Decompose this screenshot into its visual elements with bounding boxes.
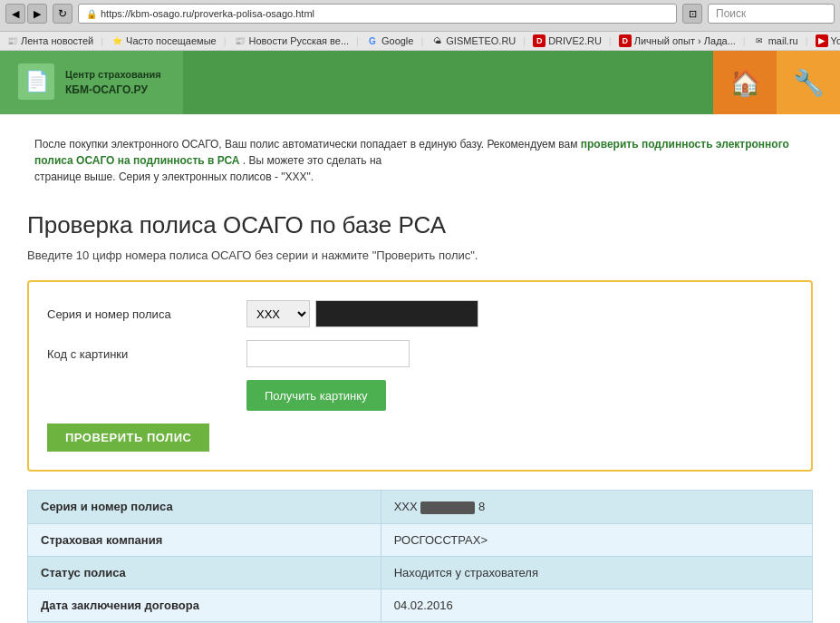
notice-text: После покупки электронного ОСАГО, Ваш по… [27,132,813,189]
back-button[interactable]: ◀ [5,4,25,24]
bookmark-label: YouTube [831,35,840,46]
table-row: Дата заключения договора 04.02.2016 [28,589,813,621]
bookmark-mail[interactable]: ✉ mail.ru [753,34,798,47]
number-input-redacted[interactable] [315,300,478,327]
bookmark-frequent[interactable]: ⭐ Часто посещаемые [111,34,217,47]
tool-button[interactable]: 🔧 [777,51,840,114]
page-content: После покупки электронного ОСАГО, Ваш по… [0,114,840,623]
bookmark-label: GISMETEO.RU [446,35,516,46]
result-value-3: 04.02.2016 [381,589,812,621]
page-subtitle: Введите 10 цифр номера полиса ОСАГО без … [27,248,813,262]
get-captcha-button[interactable]: Получить картинку [246,380,386,411]
result-label-1: Страховая компания [28,523,381,556]
table-row: Статус полиса Находится у страхователя [28,556,813,589]
youtube-icon: ▶ [816,34,828,47]
bookmark-lada[interactable]: D Личный опыт › Лада... [619,34,736,47]
captcha-label: Код с картинки [47,347,246,361]
mail-icon: ✉ [753,34,766,47]
bookmark-label: DRIVE2.RU [548,35,602,46]
search-placeholder: Поиск [716,7,746,20]
header-actions: 🏠 🔧 [713,51,840,114]
news-icon: 📰 [5,34,18,47]
bookmark-label: Новости Русская ве... [249,35,350,46]
google-icon: G [366,34,379,47]
result-value-0: ХХХ 8 [381,491,812,524]
form-box: Серия и номер полиса ХХХ ЕЕЕ КМ МАА МЕЕ … [27,280,813,472]
header-logo: 📄 Центр страхования КБМ-ОСАГО.РУ [0,51,183,114]
search-bar[interactable]: Поиск [708,4,835,24]
drive2-icon: D [533,34,546,47]
browser-chrome: ◀ ▶ ↻ 🔒 https://kbm-osago.ru/proverka-po… [0,0,840,32]
bookmark-label: Google [381,35,413,46]
header-logo-line1: Центр страхования [62,67,165,82]
bookmark-gismeteo[interactable]: 🌤 GISMETEO.RU [430,34,516,47]
bookmark-drive2[interactable]: D DRIVE2.RU [533,34,602,47]
result-value-1: РОСГОССТРАХ> [381,523,812,556]
bookmark-label: Часто посещаемые [126,35,217,46]
nav-buttons: ◀ ▶ [5,4,47,24]
bookmarks-bar: 📰 Лента новостей | ⭐ Часто посещаемые | … [0,32,840,51]
header-logo-line2: КБМ-ОСАГО.РУ [62,82,165,98]
result-label-0: Серия и номер полиса [28,491,381,524]
captcha-inputs [246,340,410,367]
result-label-2: Статус полиса [28,556,381,589]
home-button[interactable]: 🏠 [713,51,777,114]
page-header: 📄 Центр страхования КБМ-ОСАГО.РУ 🏠 🔧 [0,51,840,114]
document-icon: 📄 [24,70,49,93]
bookmark-label: Личный опыт › Лада... [634,35,736,46]
url-text: https://kbm-osago.ru/proverka-polisa-osa… [101,8,314,19]
star-icon: ⭐ [111,34,123,47]
tab-icon: ⊡ [682,4,702,24]
redacted-value-0 [420,501,475,514]
lada-icon: D [619,34,632,47]
series-select[interactable]: ХХХ ЕЕЕ КМ МАА МЕЕ МКК МММ РРР ССС ТТТ [246,300,310,327]
address-bar[interactable]: 🔒 https://kbm-osago.ru/proverka-polisa-o… [78,4,677,24]
lock-icon: 🔒 [86,9,97,19]
series-inputs: ХХХ ЕЕЕ КМ МАА МЕЕ МКК МММ РРР ССС ТТТ [246,300,478,327]
series-label: Серия и номер полиса [47,307,246,321]
newspaper-icon: 📰 [234,34,246,47]
bookmark-label: Лента новостей [21,35,93,46]
notice-text1: После покупки электронного ОСАГО, Ваш по… [34,138,581,151]
captcha-row: Код с картинки [47,340,793,367]
forward-button[interactable]: ▶ [27,4,47,24]
submit-button[interactable]: ПРОВЕРИТЬ ПОЛИС [47,423,209,452]
captcha-input[interactable] [246,340,410,367]
results-table: Серия и номер полиса ХХХ 8 Страховая ком… [27,490,813,623]
bookmark-youtube[interactable]: ▶ YouTube [816,34,840,47]
table-row: Серия и номер полиса ХХХ 8 [28,491,813,524]
bookmark-novosti[interactable]: 📰 Новости Русская ве... [234,34,350,47]
bookmark-news-feed[interactable]: 📰 Лента новостей [5,34,93,47]
result-value-2: Находится у страхователя [381,556,812,589]
weather-icon: 🌤 [430,34,443,47]
header-main [183,51,713,114]
captcha-btn-row: Получить картинку [47,380,793,411]
page-title: Проверка полиса ОСАГО по базе РСА [27,211,813,239]
series-row: Серия и номер полиса ХХХ ЕЕЕ КМ МАА МЕЕ … [47,300,793,327]
table-row: Страховая компания РОСГОССТРАХ> [28,523,813,556]
bookmark-label: mail.ru [768,35,798,46]
reload-button[interactable]: ↻ [53,4,72,24]
result-label-3: Дата заключения договора [28,589,381,621]
bookmark-google[interactable]: G Google [366,34,413,47]
